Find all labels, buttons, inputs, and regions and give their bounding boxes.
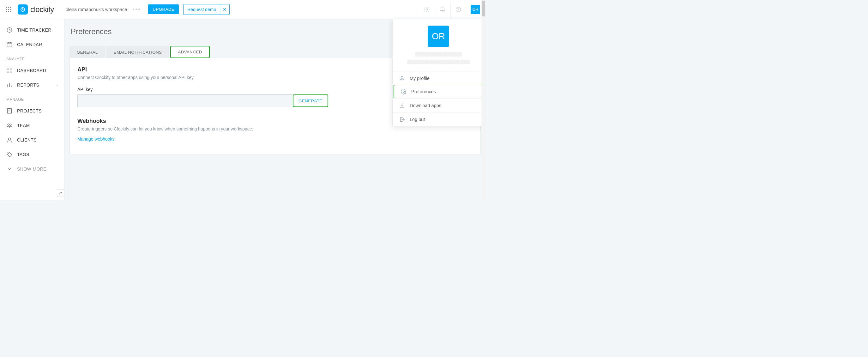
- download-icon: [399, 102, 405, 109]
- dropdown-header: OR: [393, 19, 484, 71]
- dropdown-preferences[interactable]: Preferences: [394, 85, 483, 98]
- projects-icon: [6, 108, 12, 114]
- logo[interactable]: clockify: [18, 4, 54, 14]
- svg-rect-8: [10, 71, 12, 73]
- nav-label: TIME TRACKER: [17, 28, 52, 33]
- sidebar-item-tags[interactable]: TAGS: [0, 147, 64, 162]
- dd-label: Preferences: [411, 89, 436, 94]
- dashboard-icon: [6, 67, 12, 73]
- dropdown-email-redacted: [407, 60, 470, 64]
- nav-label: SHOW MORE: [17, 167, 46, 172]
- sidebar-item-team[interactable]: TEAM: [0, 118, 64, 133]
- sidebar-item-time-tracker[interactable]: TIME TRACKER: [0, 23, 64, 37]
- nav-section-manage: MANAGE: [0, 92, 64, 103]
- sidebar: TIME TRACKER CALENDAR ANALYZE DASHBOARD …: [0, 19, 64, 200]
- reports-icon: [6, 82, 12, 88]
- svg-rect-7: [7, 71, 9, 73]
- chevron-right-icon: ›: [57, 83, 58, 87]
- tab-email-notifications[interactable]: EMAIL NOTIFICATIONS: [106, 46, 169, 58]
- svg-point-14: [401, 76, 403, 78]
- team-icon: [6, 122, 12, 128]
- settings-icon[interactable]: [419, 2, 434, 17]
- upgrade-button[interactable]: UPGRADE: [148, 4, 179, 14]
- dropdown-my-profile[interactable]: My profile: [393, 71, 484, 85]
- more-icon[interactable]: [133, 8, 140, 10]
- nav-label: TEAM: [17, 123, 30, 128]
- svg-rect-4: [7, 43, 12, 47]
- chevron-down-icon: [6, 166, 12, 172]
- logo-text: clockify: [30, 5, 54, 14]
- user-dropdown: OR My profile Preferences Download apps …: [392, 19, 485, 126]
- sidebar-item-reports[interactable]: REPORTS ›: [0, 78, 64, 92]
- logo-icon: [18, 4, 28, 14]
- bell-icon[interactable]: [435, 2, 450, 17]
- svg-point-10: [7, 124, 9, 125]
- dropdown-avatar: OR: [428, 26, 449, 47]
- svg-rect-6: [10, 68, 12, 70]
- help-icon[interactable]: [451, 2, 466, 17]
- tab-advanced[interactable]: ADVANCED: [170, 46, 210, 58]
- gear-icon: [401, 88, 407, 95]
- scrollbar-vertical[interactable]: [482, 0, 486, 200]
- apikey-input[interactable]: [78, 94, 293, 107]
- topbar: clockify olena romanchuk's workspace UPG…: [0, 0, 486, 19]
- svg-point-11: [10, 124, 11, 125]
- apps-menu-icon[interactable]: [6, 7, 11, 12]
- generate-button[interactable]: GENERATE: [293, 94, 328, 107]
- clock-icon: [6, 27, 12, 33]
- tags-icon: [6, 151, 12, 158]
- svg-point-12: [8, 138, 11, 140]
- nav-label: TAGS: [17, 152, 29, 157]
- sidebar-item-clients[interactable]: CLIENTS: [0, 133, 64, 147]
- manage-webhooks-link[interactable]: Manage webhooks: [78, 137, 115, 142]
- webhooks-sub: Create triggers so Clockify can let you …: [78, 126, 473, 131]
- tab-general[interactable]: GENERAL: [69, 46, 105, 58]
- svg-point-13: [8, 153, 9, 154]
- sidebar-item-projects[interactable]: PROJECTS: [0, 103, 64, 118]
- dropdown-username-redacted: [415, 52, 462, 57]
- sidebar-item-calendar[interactable]: CALENDAR: [0, 37, 64, 52]
- svg-point-1: [426, 8, 427, 10]
- logout-icon: [399, 116, 405, 123]
- nav-label: DASHBOARD: [17, 68, 46, 73]
- clients-icon: [6, 137, 12, 143]
- divider: [60, 4, 60, 15]
- dd-label: Download apps: [410, 103, 441, 108]
- topbar-right: OR: [419, 2, 480, 17]
- request-demo-group: Request demo ✕: [183, 4, 229, 15]
- dd-label: My profile: [410, 76, 430, 81]
- calendar-icon: [6, 41, 12, 48]
- svg-point-15: [403, 91, 405, 93]
- scroll-thumb[interactable]: [482, 1, 485, 17]
- avatar-button[interactable]: OR: [471, 5, 480, 14]
- dd-label: Log out: [410, 117, 425, 122]
- close-demo-button[interactable]: ✕: [220, 4, 229, 14]
- nav-label: PROJECTS: [17, 108, 42, 113]
- person-icon: [399, 75, 405, 82]
- dropdown-download-apps[interactable]: Download apps: [393, 98, 484, 112]
- collapse-sidebar-button[interactable]: «: [57, 189, 64, 197]
- dropdown-logout[interactable]: Log out: [393, 112, 484, 126]
- sidebar-item-dashboard[interactable]: DASHBOARD: [0, 63, 64, 78]
- request-demo-button[interactable]: Request demo: [184, 4, 220, 14]
- nav-label: CLIENTS: [17, 138, 37, 143]
- svg-rect-5: [7, 68, 9, 70]
- workspace-name[interactable]: olena romanchuk's workspace: [66, 7, 127, 12]
- nav-label: REPORTS: [17, 83, 39, 88]
- nav-section-analyze: ANALYZE: [0, 52, 64, 63]
- nav-label: CALENDAR: [17, 42, 42, 47]
- sidebar-show-more[interactable]: SHOW MORE: [0, 162, 64, 176]
